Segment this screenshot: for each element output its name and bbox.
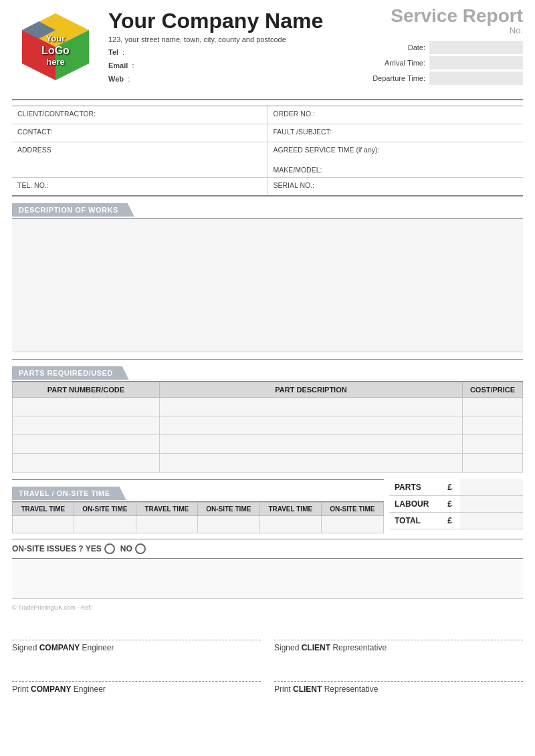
parts-cell-desc-4[interactable] xyxy=(160,454,463,473)
fault-label: FAULT /SUBJECT: xyxy=(274,128,332,136)
info-row-3: ADDRESS AGREED SERVICE TIME (if any): MA… xyxy=(12,142,523,178)
tel-label: Tel xyxy=(108,48,118,56)
parts-cell-code-1[interactable] xyxy=(13,398,160,416)
travel-cell-5[interactable] xyxy=(259,516,321,533)
onsite-row: ON-SITE ISSUES ? YES NO xyxy=(12,539,523,559)
parts-table: PART NUMBER/CODE PART DESCRIPTION COST/P… xyxy=(12,382,523,473)
copyright: © TradePrintingUK.com - Ref: xyxy=(12,604,523,611)
header-section: Your LoGo here Your Company Name 123, yo… xyxy=(12,7,523,100)
travel-col6: ON-SITE TIME xyxy=(321,503,383,516)
travel-cell-3[interactable] xyxy=(136,516,197,533)
email-label: Email xyxy=(108,61,128,70)
serial-label: SERIAL NO.: xyxy=(274,181,314,189)
travel-cell-4[interactable] xyxy=(197,516,259,533)
works-header-bar: DESCRIPTION OF WORKS xyxy=(12,196,523,219)
web-label: Web xyxy=(108,75,124,83)
parts-cell-cost-4[interactable] xyxy=(463,454,523,473)
travel-col1: TRAVEL TIME xyxy=(13,503,74,516)
parts-cell-cost-2[interactable] xyxy=(463,416,523,435)
print-company-bold: COMPANY xyxy=(31,684,71,694)
total-cost-value[interactable] xyxy=(460,513,523,529)
header-right: Service Report No. Date: Arrival Time: D… xyxy=(362,7,523,87)
sig-client-label: Signed CLIENT Representative xyxy=(274,643,523,652)
works-header: DESCRIPTION OF WORKS xyxy=(12,203,134,217)
date-row: Date: xyxy=(362,41,523,54)
parts-col-cost: COST/PRICE xyxy=(463,382,523,398)
total-cost-row: TOTAL £ xyxy=(389,513,523,529)
labour-cost-label: LABOUR xyxy=(389,496,442,513)
onsite-yes-label: ON-SITE ISSUES ? YES xyxy=(12,544,102,553)
parts-cell-cost-3[interactable] xyxy=(463,435,523,454)
travel-cell-1[interactable] xyxy=(13,516,74,533)
print-client-bold: CLIENT xyxy=(293,684,322,694)
web-row: Web : xyxy=(108,73,362,86)
company-name: Your Company Name xyxy=(108,9,362,33)
company-address: 123, your street name, town, city, count… xyxy=(108,35,362,43)
parts-cell-desc-3[interactable] xyxy=(160,435,463,454)
travel-header-bar: TRAVEL / ON-SITE TIME xyxy=(12,479,384,502)
parts-pound: £ xyxy=(442,479,460,496)
contact-cell: CONTACT: xyxy=(12,124,268,142)
telno-label: TEL. NO.: xyxy=(17,181,49,189)
parts-row-3 xyxy=(13,435,523,454)
parts-cell-cost-1[interactable] xyxy=(463,398,523,416)
parts-cost-row: PARTS £ xyxy=(389,479,523,496)
parts-col-desc: PART DESCRIPTION xyxy=(160,382,463,398)
parts-cell-desc-1[interactable] xyxy=(160,398,463,416)
order-label: ORDER NO.: xyxy=(274,110,315,118)
travel-header-row: TRAVEL TIME ON-SITE TIME TRAVEL TIME ON-… xyxy=(13,503,384,516)
sig-company-col: Signed COMPANY Engineer Print COMPANY En… xyxy=(12,620,261,694)
serial-cell: SERIAL NO.: xyxy=(268,178,524,195)
onsite-yes-radio[interactable] xyxy=(104,543,115,554)
cost-summary-table: PARTS £ LABOUR £ TOTAL £ xyxy=(389,479,523,529)
travel-col4: ON-SITE TIME xyxy=(197,503,259,516)
travel-col2: ON-SITE TIME xyxy=(74,503,136,516)
travel-col3: TRAVEL TIME xyxy=(136,503,197,516)
print-company-line xyxy=(12,662,261,682)
parts-cost-value[interactable] xyxy=(460,479,523,496)
info-grid: CLIENT/CONTRACTOR: ORDER NO.: CONTACT: F… xyxy=(12,106,523,196)
parts-cell-desc-2[interactable] xyxy=(160,416,463,435)
travel-header: TRAVEL / ON-SITE TIME xyxy=(12,487,126,500)
parts-col-code: PART NUMBER/CODE xyxy=(13,382,160,398)
travel-row-1 xyxy=(13,516,384,533)
signatures-section: Signed COMPANY Engineer Print COMPANY En… xyxy=(12,620,523,694)
travel-col5: TRAVEL TIME xyxy=(259,503,321,516)
parts-cell-code-3[interactable] xyxy=(13,435,160,454)
print-company-pre: Print xyxy=(12,684,31,694)
parts-header-bar: PARTS REQUIRED/USED xyxy=(12,359,523,382)
make-label: MAKE/MODEL: xyxy=(274,166,322,174)
onsite-no-radio[interactable] xyxy=(135,543,146,554)
arrival-value[interactable] xyxy=(429,56,523,70)
address-cell: ADDRESS xyxy=(12,142,268,177)
travel-cell-6[interactable] xyxy=(321,516,383,533)
date-value[interactable] xyxy=(429,41,523,54)
travel-section: TRAVEL / ON-SITE TIME TRAVEL TIME ON-SIT… xyxy=(12,479,523,533)
make-cell: MAKE/MODEL: xyxy=(274,166,518,174)
parts-cost-label: PARTS xyxy=(389,479,442,496)
parts-cell-code-2[interactable] xyxy=(13,416,160,435)
order-cell: ORDER NO.: xyxy=(268,106,524,124)
parts-row-4 xyxy=(13,454,523,473)
works-area[interactable] xyxy=(12,219,523,352)
parts-cell-code-4[interactable] xyxy=(13,454,160,473)
arrival-label: Arrival Time: xyxy=(362,59,429,67)
departure-value[interactable] xyxy=(429,72,523,85)
print-client-pre: Print xyxy=(274,684,293,694)
onsite-issues-area[interactable] xyxy=(12,559,523,599)
contact-label: CONTACT: xyxy=(17,128,52,136)
travel-cell-2[interactable] xyxy=(74,516,136,533)
sig-company-line xyxy=(12,620,261,640)
works-section: DESCRIPTION OF WORKS xyxy=(12,196,523,352)
signed-client-pre: Signed xyxy=(274,643,302,652)
agreed-label: AGREED SERVICE TIME (if any): xyxy=(274,146,380,154)
service-report-title: Service Report xyxy=(391,7,523,25)
logo-box: Your LoGo here xyxy=(12,7,99,94)
total-pound: £ xyxy=(442,513,460,529)
signed-client-bold: CLIENT xyxy=(302,643,330,652)
labour-cost-value[interactable] xyxy=(460,496,523,513)
company-info: Your Company Name 123, your street name,… xyxy=(108,7,362,86)
print-company-post: Engineer xyxy=(71,684,105,694)
signed-company-post: Engineer xyxy=(80,643,114,652)
sig-client-col: Signed CLIENT Representative Print CLIEN… xyxy=(274,620,523,694)
